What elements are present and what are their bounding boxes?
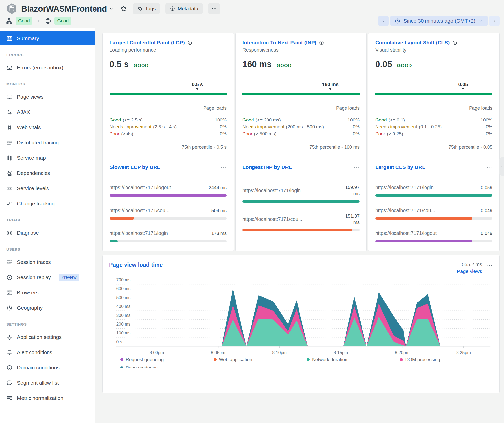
sidebar-item-summary[interactable]: Summary [0,31,95,45]
diagnose-icon [6,230,13,236]
sidebar-item-geography[interactable]: Geography [0,301,95,315]
info-button[interactable] [187,40,192,45]
page-view-load-time-panel: Page view load time 555.2 ms Page views … [102,255,500,393]
threshold-label: Needs improvement [242,123,284,130]
sidebar-item-metric-normalization[interactable]: Metric normalization [0,391,95,405]
url-link[interactable]: https://localhost:7171/login [375,184,471,191]
app-switcher-button[interactable]: BlazorWASMFrontend [21,4,114,14]
monitor-icon [6,94,13,100]
sidebar-item-distributed-tracing[interactable]: Distributed tracing [0,136,95,150]
time-range-selector[interactable]: Since 30 minutes ago (GMT+2) [390,16,488,26]
bell-icon [6,349,13,356]
distribution-bar [375,93,492,95]
threshold-rows: Good(<= 200 ms)100%Needs improvement(200… [242,114,360,141]
sidebar-section-label: TRIAGE [0,218,95,222]
card-menu-button[interactable] [220,164,227,170]
sidebar-sections: ERRORSErrors (errors inbox)MONITORPage v… [0,53,95,405]
status-badge: GOOD [277,63,292,68]
url-metric-bar [110,194,227,197]
url-link[interactable]: https://localhost:7171/logout [110,184,205,191]
panel-menu-button[interactable] [487,262,493,269]
layers-icon [6,170,13,176]
legend-item-dom-processing[interactable]: DOM processing [400,357,493,362]
sidebar-item-ajax[interactable]: AJAX [0,105,95,119]
traces-icon [6,259,13,265]
distribution: 160 ms [242,81,360,95]
threshold-range: (<= 0.1) [388,117,405,123]
sidebar-item-web-vitals[interactable]: Web vitals [0,121,95,134]
svg-text:8:00pm: 8:00pm [150,350,164,355]
sidebar-item-label: Diagnose [17,230,39,236]
svg-text:600 ms: 600 ms [116,286,130,291]
sidebar-item-service-map[interactable]: Service map [0,151,95,165]
breakdown-title[interactable]: Slowest LCP by URL [110,164,160,170]
url-metric-bar [110,240,227,242]
url-link[interactable]: https://localhost:7171/logout [375,230,471,236]
url-link[interactable]: https://localhost:7171/login [110,230,205,236]
card-menu-button[interactable] [486,164,492,170]
health-status-group: Good Good [6,17,71,25]
threshold-row-good: Good(<= 0.1)100% [375,117,492,123]
card-menu-button[interactable] [353,164,360,170]
info-button[interactable] [319,40,324,45]
sidebar-item-domain-conditions[interactable]: Domain conditions [0,361,95,375]
sidebar-item-label: Domain conditions [17,365,60,371]
sidebar-item-label: Dependencies [17,170,50,176]
threshold-range: (200 ms - 500 ms) [286,123,324,130]
sidebar-item-session-traces[interactable]: Session traces [0,255,95,269]
info-button[interactable] [452,40,457,45]
legend-item-page-rendering[interactable]: Page rendering [120,365,217,368]
sidebar-section-label: SETTINGS [0,322,95,326]
distribution: 0.5 s [110,81,227,95]
card-subtitle: Responsiveness [242,47,360,53]
sidebar-section-label: ERRORS [0,53,95,57]
sidebar-item-session-replay[interactable]: Session replayPreview [0,271,95,284]
url-row: https://localhost:7171/cou...151.37 ms [242,213,360,231]
sidebar-item-application-settings[interactable]: Application settings [0,330,95,344]
url-link[interactable]: https://localhost:7171/cou... [110,207,205,213]
chart-legend: Request queueingWeb applicationNetwork d… [109,357,493,362]
url-link[interactable]: https://localhost:7171/cou... [242,216,338,222]
metadata-button[interactable]: Metadata [165,3,203,14]
time-next-button[interactable] [489,16,500,26]
sidebar-item-diagnose[interactable]: Diagnose [0,226,95,240]
sidebar-item-label: Service map [17,155,46,161]
url-link[interactable]: https://localhost:7171/login [242,187,338,194]
threshold-range: (<= 200 ms) [255,117,281,123]
favorite-button[interactable] [120,5,127,13]
threshold-row-poor: Poor(> 4s)0% [110,130,227,137]
breakdown-title[interactable]: Largest CLS by URL [375,164,425,170]
load-time-value: 555.2 ms [462,262,482,267]
legend-dot [400,358,403,361]
sidebar-item-alert-conditions[interactable]: Alert conditions [0,346,95,359]
collapse-panel-tab[interactable] [499,157,504,176]
threshold-percent: 0% [353,130,360,137]
legend-item-network-duration[interactable]: Network duration [307,357,400,362]
url-link[interactable]: https://localhost:7171/cou... [375,207,471,213]
sidebar-item-segment-allow-list[interactable]: Segment allow list [0,376,95,390]
sidebar-item-service-levels[interactable]: Service levels [0,181,95,195]
sidebar-item-change-tracking[interactable]: Change tracking [0,197,95,211]
sidebar-item-page-views[interactable]: Page views [0,90,95,104]
sidebar-item-dependencies[interactable]: Dependencies [0,166,95,180]
sidebar-section-label: USERS [0,247,95,251]
card-subtitle: Visual stability [375,47,492,53]
threshold-row-good: Good(<= 2.5 s)100% [110,117,227,123]
header-more-button[interactable] [208,3,220,14]
ellipsis-icon [211,6,217,12]
panel-title[interactable]: Page view load time [109,262,163,268]
threshold-label: Needs improvement [375,123,417,130]
sidebar-item-label: Distributed tracing [17,140,59,146]
breakdown-title[interactable]: Longest INP by URL [242,164,292,170]
page-views-link[interactable]: Page views [457,269,482,274]
card-title[interactable]: Cumulative Layout Shift (CLS) [375,40,450,45]
sidebar-item-browsers[interactable]: Browsers [0,286,95,300]
time-prev-button[interactable] [378,16,389,26]
sidebar-item-errors-errors-inbox[interactable]: Errors (errors inbox) [0,61,95,75]
card-title[interactable]: Largest Contentful Paint (LCP) [110,40,185,45]
web-health-badge: Good [54,17,71,25]
card-title[interactable]: Interaction To Next Paint (INP) [242,40,316,45]
tags-button[interactable]: Tags [133,3,160,14]
legend-item-web-application[interactable]: Web application [214,357,307,362]
legend-item-request-queueing[interactable]: Request queueing [120,357,214,362]
